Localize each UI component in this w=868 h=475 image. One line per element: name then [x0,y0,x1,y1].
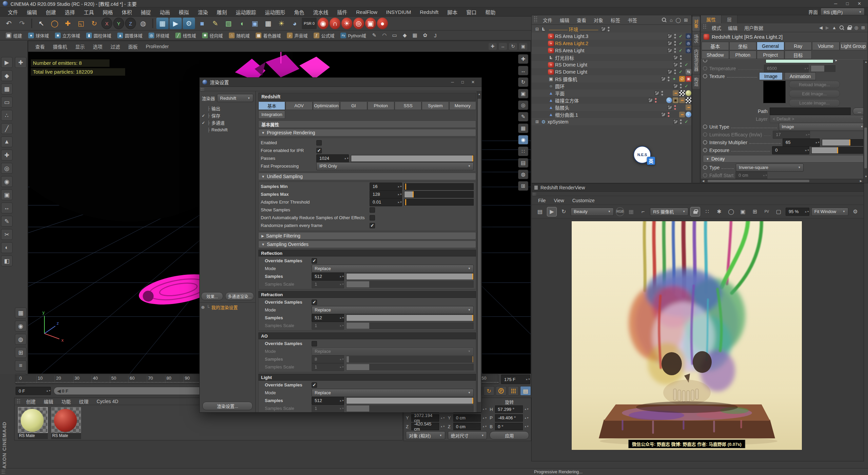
visibility-dots[interactable] [661,90,664,96]
layer-swatch[interactable] [668,70,672,74]
viewport-scale-icon[interactable]: ↔ [518,66,528,75]
settings-tree-item[interactable]: ├Redshift [200,126,255,133]
menu-item[interactable]: Redshift [415,9,443,15]
object-label[interactable]: RS Area Light.2 [555,41,666,46]
rs-light-icon[interactable]: ◉ [318,18,329,29]
target-tag[interactable] [686,33,691,39]
axis-mode-icon[interactable]: ✚ [1,150,13,160]
menu-item[interactable]: 脚本 [443,8,462,16]
attribute-tab[interactable]: Light Group [840,42,867,50]
render-settings-icon[interactable]: ⚙ [183,18,195,29]
dialog-scrollbar[interactable]: ▲ [477,91,481,412]
attribute-tab[interactable]: Photon [729,51,757,59]
snapshot-icon[interactable]: ✱ [714,207,724,216]
attribute-tab[interactable]: 目标 [785,51,812,59]
polygons-mode-icon[interactable]: ▲ [1,136,13,147]
rs-sun-icon[interactable]: ☀ [341,18,352,29]
phong-tag[interactable] [679,97,685,103]
expand-toggle[interactable]: ⊟ [535,27,539,32]
target-tag[interactable] [686,48,691,53]
side-tab-场次[interactable]: 场次 [692,32,700,46]
dialog-tab[interactable]: Memory [449,101,476,110]
dialog-maximize-button[interactable]: □ [461,80,464,84]
dont-reduce-checkbox[interactable] [370,215,375,221]
phong-tag[interactable] [673,90,678,96]
formula-field-button[interactable]: ƒ公式域 [311,31,337,39]
object-row[interactable]: 骷髅头 [532,104,691,111]
redo-icon[interactable]: ↷ [16,18,28,29]
target-icon[interactable]: ◎ [854,25,858,30]
samples-scale-slider[interactable] [346,281,474,288]
side-tab-构造[interactable]: 构造 [692,75,700,89]
dialog-close-button[interactable]: ✕ [471,80,475,84]
menu-item[interactable]: 模拟 [174,8,193,16]
samples-field[interactable]: 512▲▼ [312,397,344,405]
exposure-slider[interactable] [811,147,866,154]
rgb-channels-icon[interactable]: RGB [616,207,624,216]
add-image-icon[interactable]: ⊞ [750,207,760,216]
viewport-globe-icon[interactable]: ◍ [518,170,528,179]
samples-slider[interactable] [346,397,474,404]
menu-item[interactable]: 选择 [60,8,79,16]
renderview-menu-item[interactable]: View [550,198,568,203]
attribute-tab[interactable]: Ray [785,42,812,50]
eye-tag[interactable] [673,97,678,103]
samples-min-slider[interactable] [404,183,474,190]
noentry-tag[interactable] [679,76,685,82]
ime-language-badge[interactable]: 英 [647,157,655,165]
reload-image-button[interactable]: Reload Image... [789,81,840,88]
sky-icon[interactable]: ◕ [289,18,301,29]
attribute-tab[interactable]: 坐标 [729,42,757,50]
render-picture-viewer-icon[interactable]: ▶ [170,18,182,29]
shader-field-button[interactable]: ▩着色器域 [253,31,283,39]
luminous-field[interactable]: 17▲▼ [773,131,810,139]
enable-check[interactable]: ⌖ [672,76,677,82]
cylinder-field-button[interactable]: ▮圆柱体域 [84,31,114,39]
object-label[interactable]: 平面 [555,90,653,97]
viewport-film-icon[interactable]: ▤ [518,158,528,168]
ime-indicator[interactable]: N.E.S 英 [633,146,651,164]
adaptive-error-field[interactable]: 0.01▲▼ [370,198,402,206]
guide-snap-icon[interactable]: ≡ [15,360,26,371]
samples-min-field[interactable]: 16▲▼ [370,183,402,191]
layer-swatch[interactable] [668,41,672,45]
edges-mode-icon[interactable]: ╱ [1,123,13,134]
override-samples-checkbox[interactable] [312,258,317,264]
viewport-menu-item[interactable]: 摄像机 [49,43,71,50]
material-menu-item[interactable]: 纹理 [75,398,93,405]
om-menu-item[interactable]: 文件 [539,17,556,23]
viewport-camera-icon[interactable]: ◉ [518,135,528,145]
visibility-dots[interactable] [674,48,676,53]
size-mode-select[interactable]: 绝对尺寸 [448,431,487,439]
drag-handle[interactable] [532,192,536,196]
viewport-menu-item[interactable]: 过滤 [107,43,124,50]
enable-check[interactable]: ✓ [684,62,689,67]
samples-scale-field[interactable]: 1▲▼ [312,404,344,413]
samples-scale-slider[interactable] [346,364,474,370]
drag-handle[interactable] [703,24,707,30]
material-tag[interactable] [686,90,691,96]
lock-icon[interactable] [847,25,851,30]
preset-icon[interactable]: ⊕ [201,305,205,310]
render-settings-button[interactable]: 渲染设置... [202,402,253,410]
python-field-button[interactable]: PyPython域 [338,31,368,39]
progressive-rendering-section[interactable]: ▼Progressive Rendering [258,129,476,136]
layer-swatch[interactable] [668,34,672,38]
z-axis-button[interactable]: Z [125,18,136,29]
samples-field[interactable]: 512▲▼ [312,314,344,322]
up-icon[interactable]: ▲ [832,25,836,30]
magnet-tool-icon[interactable]: ◐ [1,242,13,253]
filter-icon[interactable]: ◯ [676,17,681,23]
pos-z-field[interactable]: -420.545 cm [411,423,439,430]
object-label[interactable]: 灯光目标 [555,54,672,61]
tab-attributes[interactable]: 属性 [701,15,722,23]
dialog-tab[interactable]: Optimization [313,101,340,110]
attribute-vscrollbar[interactable]: ▲ ▼ [863,60,868,183]
effects-button[interactable]: 效果... [201,292,223,300]
enable-check[interactable]: ✓ [684,119,689,124]
apply-button[interactable]: 应用 [490,431,529,439]
layer-swatch[interactable] [673,62,678,67]
radial-field-button[interactable]: ✱径向域 [200,31,225,39]
menu-item[interactable]: 创建 [41,8,60,16]
viewport-menu-item[interactable]: 选项 [89,43,106,50]
